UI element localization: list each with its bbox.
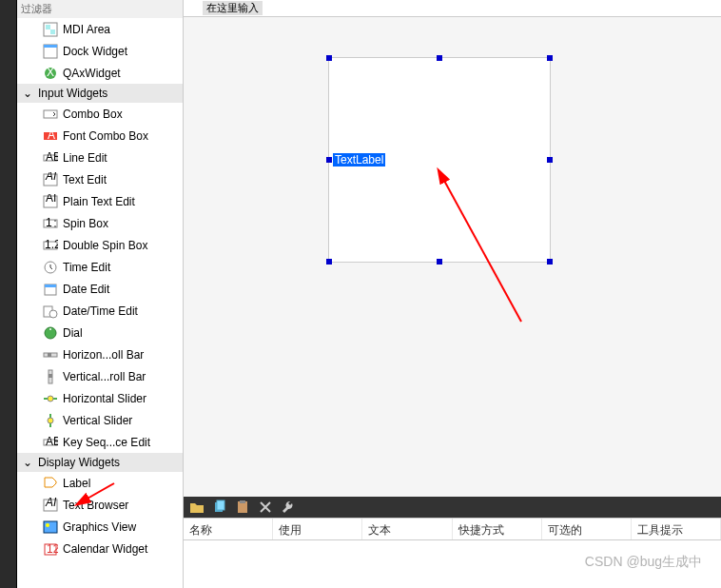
svg-rect-1 [46,25,50,29]
widget-text-edit[interactable]: AIText Edit [17,168,183,190]
resize-handle[interactable] [547,55,553,61]
svg-rect-4 [44,45,57,48]
resize-handle[interactable] [437,55,442,61]
svg-text:1.2: 1.2 [45,238,58,251]
resize-handle[interactable] [547,157,553,163]
copy-icon[interactable] [212,500,227,515]
svg-text:ABI: ABI [46,150,58,164]
text-edit-icon: AI [42,171,59,188]
svg-rect-28 [48,353,51,357]
placed-textlabel[interactable]: TextLabel [333,153,385,167]
svg-text:X: X [47,66,54,79]
h-slider-icon [42,390,59,407]
widget-h-scrollbar[interactable]: Horizon...oll Bar [17,343,183,365]
double-spin-box-icon: 1.2 [42,237,59,254]
widget-line-edit[interactable]: ABILine Edit [17,147,183,168]
resize-handle[interactable] [326,157,332,163]
svg-point-31 [48,396,53,402]
resize-handle[interactable] [547,259,553,265]
resize-handle[interactable] [326,55,332,61]
mdi-area-icon [42,21,59,38]
svg-text:AI: AI [45,172,57,183]
chevron-down-icon: ⌄ [21,456,34,469]
design-canvas[interactable]: TextLabel [184,17,721,497]
dial-icon [42,324,59,342]
svg-rect-22 [45,284,56,287]
dock-widget-icon [42,43,59,60]
widget-list: MDI Area Dock Widget XQAxWidget ⌄Input W… [17,18,183,588]
bottom-toolbar [184,497,721,518]
col-name[interactable]: 名称 [184,519,273,539]
folder-icon[interactable] [189,500,205,515]
delete-icon[interactable] [258,500,273,515]
svg-rect-37 [44,521,57,533]
group-display-widgets[interactable]: ⌄Display Widgets [17,453,183,472]
text-browser-icon: AI [42,497,59,514]
resize-handle[interactable] [326,259,332,265]
widget-h-slider[interactable]: Horizontal Slider [17,387,183,409]
col-used[interactable]: 使用 [273,519,362,539]
widget-mdi-area[interactable]: MDI Area [17,18,183,40]
qax-widget-icon: X [42,65,59,82]
group-input-widgets[interactable]: ⌄Input Widgets [17,84,183,103]
widget-qax-widget[interactable]: XQAxWidget [17,62,183,84]
font-combo-box-icon: A [42,127,59,145]
svg-rect-44 [240,500,245,503]
key-seq-icon: AB [42,434,59,451]
widget-graphics-view[interactable]: Graphics View [17,516,183,538]
col-text[interactable]: 文本 [362,519,452,539]
table-body [184,540,721,588]
resize-handle[interactable] [437,259,442,265]
widget-double-spin-box[interactable]: 1.2Double Spin Box [17,234,183,256]
widget-spin-box[interactable]: 1Spin Box [17,212,183,234]
wrench-icon[interactable] [281,500,296,515]
v-scrollbar-icon [42,368,59,385]
left-dark-tab [0,0,17,588]
widget-dial[interactable]: Dial [17,322,183,343]
table-header: 名称 使用 文本 快捷方式 可选的 工具提示 [184,518,721,540]
svg-point-24 [49,310,57,318]
datetime-edit-icon [42,303,59,320]
col-shortcut[interactable]: 快捷方式 [453,519,542,539]
svg-text:A: A [48,128,55,142]
svg-rect-42 [217,500,224,510]
v-slider-icon [42,412,59,429]
widget-calendar-widget[interactable]: 12Calendar Widget [17,538,183,559]
calendar-widget-icon: 12 [42,540,59,558]
graphics-view-icon [42,519,59,536]
svg-point-26 [49,328,51,330]
h-scrollbar-icon [42,346,59,363]
svg-text:12: 12 [47,542,58,556]
col-tooltip[interactable]: 工具提示 [632,519,721,539]
label-icon [42,475,59,492]
svg-text:AI: AI [45,498,57,509]
widget-combo-box[interactable]: Combo Box [17,103,183,125]
widget-date-edit[interactable]: Date Edit [17,278,183,300]
widget-time-edit[interactable]: Time Edit [17,256,183,278]
widget-font-combo-box[interactable]: AFont Combo Box [17,125,183,147]
paste-icon[interactable] [235,500,250,515]
svg-text:1: 1 [46,216,52,229]
plain-text-edit-icon: AI [42,193,59,210]
svg-point-38 [46,523,49,527]
widget-text-browser[interactable]: AIText Browser [17,494,183,516]
spin-box-icon: 1 [42,215,59,232]
widget-key-seq-edit[interactable]: ABKey Seq...ce Edit [17,431,183,453]
svg-point-32 [48,418,53,423]
canvas-header-text[interactable]: 在这里输入 [203,1,263,15]
widget-sidebar: 过滤器 MDI Area Dock Widget XQAxWidget ⌄Inp… [17,0,184,588]
svg-rect-30 [49,374,52,378]
widget-dock-widget[interactable]: Dock Widget [17,40,183,62]
svg-text:AB: AB [46,435,58,448]
combo-box-icon [42,106,59,123]
canvas-area: 在这里输入 TextLabel [184,0,721,588]
widget-label[interactable]: Label [17,472,183,494]
col-optional[interactable]: 可选的 [542,519,632,539]
widget-v-scrollbar[interactable]: Vertical...roll Bar [17,365,183,387]
date-edit-icon [42,281,59,298]
widget-v-slider[interactable]: Vertical Slider [17,409,183,431]
widget-datetime-edit[interactable]: Date/Time Edit [17,300,183,322]
widget-plain-text-edit[interactable]: AIPlain Text Edit [17,190,183,212]
line-edit-icon: ABI [42,149,59,167]
design-form[interactable]: TextLabel [328,57,551,263]
